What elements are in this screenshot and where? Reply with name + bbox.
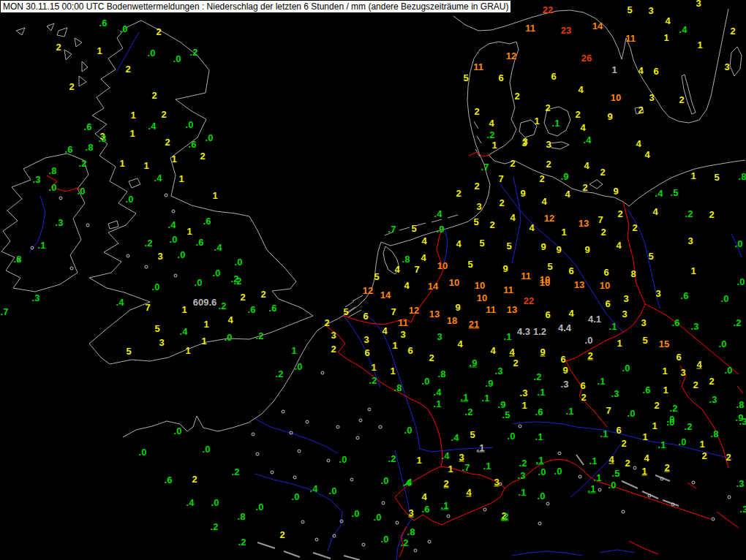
station-value: 1 — [185, 345, 190, 356]
station-value: .6 — [203, 216, 211, 227]
station-value: 1 — [699, 439, 704, 450]
station-value: 3 — [724, 61, 729, 72]
station-value: .1 — [434, 398, 442, 409]
station-value: .1 — [461, 392, 469, 403]
station-marker — [340, 520, 344, 523]
station-marker — [59, 197, 63, 200]
borders — [47, 152, 743, 557]
station-value: .0 — [170, 234, 178, 245]
station-value: .0 — [735, 238, 743, 249]
station-value: 2 — [693, 379, 698, 390]
station-value: 5 — [126, 346, 131, 357]
station-value: .2 — [670, 403, 678, 414]
station-value: .2 — [256, 330, 264, 341]
station-value: 3 — [680, 367, 685, 378]
station-value: .3 — [518, 470, 526, 481]
station-value: .9 — [498, 399, 506, 410]
station-marker — [598, 488, 602, 492]
station-value: .9 — [437, 224, 445, 235]
station-value: .2 — [465, 406, 473, 417]
station-value: 3 — [696, 0, 701, 9]
station-marker — [298, 450, 301, 453]
title-bar: MON 30.11.15 00:00 UTC Bodenwettermeldun… — [0, 0, 511, 13]
station-value: 10 — [540, 277, 550, 288]
station-value: 4 — [382, 325, 387, 336]
station-value: 1 — [448, 463, 453, 474]
station-value: 2 — [638, 105, 643, 116]
station-value: 9 — [607, 111, 612, 122]
station-marker — [252, 433, 255, 436]
station-value: 1 — [186, 226, 192, 237]
station-value: 9 — [562, 365, 568, 376]
station-value: .3 — [691, 321, 699, 332]
station-value: .0 — [126, 194, 134, 205]
station-value: 5 — [467, 259, 472, 270]
station-value: 4 — [584, 160, 589, 171]
station-value: .0 — [49, 182, 57, 193]
station-value: 2 — [600, 167, 605, 178]
station-marker — [70, 267, 74, 270]
station-value: 6 — [605, 298, 610, 309]
station-value: .0 — [404, 425, 412, 436]
station-value: .0 — [211, 497, 219, 508]
station-marker — [382, 502, 385, 505]
station-value: .0 — [235, 257, 243, 268]
station-value: .2 — [145, 238, 153, 249]
station-marker — [127, 254, 130, 258]
station-value: .0 — [719, 338, 727, 349]
station-value: 2 — [499, 197, 504, 208]
station-value: .0 — [725, 365, 733, 376]
station-value: .4 — [584, 135, 592, 145]
station-value: 3 — [648, 5, 653, 16]
station-value: 2 — [151, 90, 157, 101]
station-value: 18 — [447, 315, 457, 326]
station-value: 4 — [490, 345, 495, 356]
station-marker — [86, 224, 90, 227]
station-value: 2 — [510, 158, 515, 169]
station-value: .2 — [234, 276, 242, 287]
station-value: 4.3 — [517, 326, 530, 337]
station-value: .1 — [598, 376, 606, 387]
station-value: .0 — [554, 466, 562, 477]
station-value: 11 — [398, 317, 408, 328]
station-value: 2 — [545, 102, 550, 113]
station-value: .9 — [486, 378, 494, 389]
station-value: 5 — [374, 271, 379, 282]
station-value: 3 — [331, 330, 336, 341]
map-canvas — [0, 0, 746, 560]
station-marker — [579, 475, 582, 479]
station-value: .1 — [588, 483, 596, 494]
station-value: 4 — [489, 118, 494, 129]
station-value: 26 — [581, 53, 592, 64]
station-value: 1 — [561, 227, 566, 238]
station-value: 4 — [457, 338, 462, 349]
station-value: .2 — [685, 421, 693, 432]
station-marker — [728, 496, 731, 499]
station-value: .7 — [481, 162, 489, 173]
station-value: .8 — [14, 254, 22, 265]
station-value: 1 — [521, 400, 527, 411]
station-value: 4 — [609, 454, 614, 465]
station-value: 5 — [470, 429, 475, 440]
station-value: 4 — [456, 238, 461, 249]
station-marker — [333, 534, 336, 538]
station-value: 4.4 — [558, 322, 571, 333]
station-value: .0 — [173, 53, 181, 64]
station-value: 9 — [556, 244, 561, 255]
station-value: .6 — [65, 144, 73, 155]
station-value: .3 — [32, 292, 40, 303]
station-value: .4 — [310, 483, 318, 494]
station-value: 5 — [547, 261, 552, 272]
station-value: 4 — [529, 222, 534, 233]
station-value: 7 — [414, 264, 419, 275]
station-value: .1 — [600, 428, 609, 439]
station-value: .1 — [538, 387, 546, 398]
station-value: 4 — [404, 280, 409, 291]
station-value: 5 — [627, 4, 632, 15]
station-value: .2 — [211, 521, 219, 532]
station-value: .1 — [519, 487, 527, 498]
river-seine — [255, 419, 338, 453]
station-value: 3 — [459, 452, 464, 463]
station-value: 5 — [473, 216, 478, 227]
station-value: 3 — [687, 235, 693, 246]
